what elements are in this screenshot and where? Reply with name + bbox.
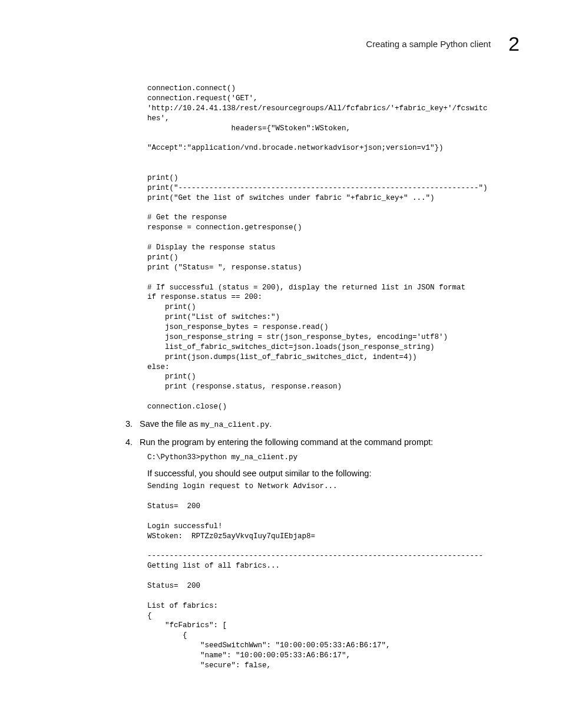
code-block-output: Sending login request to Network Advisor… xyxy=(147,482,527,671)
step-text: Run the program by entering the followin… xyxy=(140,436,433,448)
page-header: Creating a sample Python client 2 xyxy=(56,32,527,55)
step3-prefix: Save the file as xyxy=(140,419,200,429)
header-title: Creating a sample Python client xyxy=(366,39,491,49)
chapter-number: 2 xyxy=(508,32,520,55)
sub-text: If successful, you should see output sim… xyxy=(147,469,527,478)
step-number: 3. xyxy=(125,419,140,429)
step3-suffix: . xyxy=(269,419,272,429)
code-block-main: connection.connect() connection.request(… xyxy=(147,84,527,412)
filename: my_na_client.py xyxy=(200,420,269,429)
step-3: 3. Save the file as my_na_client.py. xyxy=(125,418,527,430)
code-block-command: C:\Python33>python my_na_client.py xyxy=(147,453,527,463)
step-number: 4. xyxy=(125,437,140,447)
step-4: 4. Run the program by entering the follo… xyxy=(125,436,527,448)
step-text: Save the file as my_na_client.py. xyxy=(140,418,272,430)
